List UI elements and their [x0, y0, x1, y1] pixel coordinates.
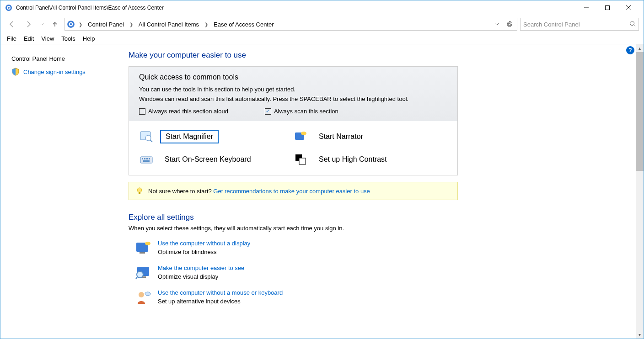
search-input[interactable]: [523, 21, 629, 28]
svg-line-33: [136, 277, 137, 279]
svg-point-32: [137, 271, 143, 278]
content: Control Panel Home Change sign-in settin…: [0, 44, 644, 339]
tool-start-narrator[interactable]: Start Narrator: [293, 129, 447, 144]
menu-file[interactable]: File: [3, 34, 20, 43]
tool-label: Start On-Screen Keyboard: [160, 154, 256, 165]
sidebar-label: Change sign-in settings: [23, 69, 86, 75]
window-title: Control Panel\All Control Panel Items\Ea…: [16, 5, 576, 11]
shield-icon: [11, 68, 20, 76]
tool-label: Set up High Contrast: [314, 154, 392, 165]
svg-rect-26: [139, 192, 140, 194]
chevron-right-icon: ❯: [203, 22, 210, 27]
tip-prefix: Not sure where to start?: [148, 188, 213, 195]
person-speech-icon: [135, 289, 151, 306]
address-dropdown[interactable]: [491, 19, 502, 30]
menu-view[interactable]: View: [38, 34, 58, 43]
recent-dropdown[interactable]: [38, 17, 45, 31]
svg-point-35: [145, 292, 150, 296]
forward-button[interactable]: [21, 17, 35, 31]
menu-tools[interactable]: Tools: [58, 34, 79, 43]
explore-sub: Optimize for blindness: [158, 249, 217, 255]
svg-point-34: [139, 292, 144, 297]
tool-high-contrast[interactable]: Set up High Contrast: [293, 152, 447, 167]
narrator-icon: [293, 129, 308, 144]
svg-rect-19: [144, 158, 145, 159]
scroll-up-button[interactable]: ▴: [636, 44, 644, 52]
scroll-thumb[interactable]: [636, 52, 644, 171]
explore-link[interactable]: Use the computer without a display: [158, 240, 250, 247]
svg-rect-24: [299, 158, 306, 164]
monitor-speech-icon: [135, 240, 151, 256]
breadcrumb-part[interactable]: Ease of Access Center: [212, 20, 276, 29]
tip-bar: Not sure where to start? Get recommendat…: [129, 182, 458, 200]
svg-rect-22: [143, 160, 150, 162]
explore-item: Make the computer easier to see Optimize…: [129, 265, 458, 281]
tool-label: Start Narrator: [314, 131, 368, 143]
explore-item: Use the computer without a display Optim…: [129, 240, 458, 256]
explore-item: Use the computer without a mouse or keyb…: [129, 289, 458, 306]
checkbox-scan-section[interactable]: ✓ Always scan this section: [265, 108, 338, 115]
quick-access-box: Quick access to common tools You can use…: [129, 66, 458, 175]
control-panel-icon: [5, 4, 12, 11]
breadcrumb-part[interactable]: Control Panel: [86, 20, 126, 29]
svg-rect-21: [149, 158, 150, 159]
chevron-right-icon: ❯: [128, 22, 135, 27]
search-box[interactable]: [520, 18, 639, 31]
sidebar-home[interactable]: Control Panel Home: [7, 53, 122, 65]
scrollbar[interactable]: ▴ ▾: [636, 44, 644, 339]
svg-point-10: [630, 21, 634, 25]
sidebar-change-signin[interactable]: Change sign-in settings: [7, 65, 122, 79]
explore-heading: Explore all settings: [129, 213, 458, 222]
search-icon[interactable]: [629, 21, 636, 28]
explore-link[interactable]: Use the computer without a mouse or keyb…: [158, 289, 283, 296]
svg-point-9: [70, 23, 72, 26]
svg-rect-20: [146, 158, 148, 159]
help-button[interactable]: ?: [626, 46, 634, 54]
svg-line-14: [150, 140, 152, 142]
magnifier-icon: [139, 129, 154, 144]
svg-rect-18: [142, 158, 143, 159]
sidebar: Control Panel Home Change sign-in settin…: [0, 44, 129, 339]
maximize-button[interactable]: [597, 0, 618, 15]
checkbox-label: Always read this section aloud: [148, 108, 228, 115]
lightbulb-icon: [135, 187, 144, 195]
tool-start-osk[interactable]: Start On-Screen Keyboard: [139, 152, 293, 167]
monitor-magnify-icon: [135, 265, 151, 281]
quick-access-title: Quick access to common tools: [139, 73, 447, 81]
quick-desc: You can use the tools in this section to…: [139, 86, 447, 93]
tool-start-magnifier[interactable]: Start Magnifier: [139, 129, 293, 144]
svg-point-25: [137, 188, 142, 192]
minimize-button[interactable]: [576, 0, 597, 15]
page-heading: Make your computer easier to use: [129, 51, 458, 60]
svg-rect-17: [140, 157, 152, 163]
checkbox-icon: ✓: [265, 108, 271, 115]
address-box[interactable]: ❯ Control Panel ❯ All Control Panel Item…: [64, 18, 517, 31]
checkbox-icon: [139, 108, 145, 115]
refresh-button[interactable]: [504, 19, 515, 30]
main-panel: Make your computer easier to use Quick a…: [129, 44, 644, 339]
svg-line-11: [634, 25, 636, 26]
menu-help[interactable]: Help: [79, 34, 99, 43]
quick-desc: Windows can read and scan this list auto…: [139, 95, 447, 102]
up-button[interactable]: [48, 17, 62, 31]
tip-link[interactable]: Get recommendations to make your compute…: [213, 188, 370, 195]
close-button[interactable]: [618, 0, 639, 15]
menu-edit[interactable]: Edit: [20, 34, 38, 43]
scroll-down-button[interactable]: ▾: [636, 331, 644, 339]
contrast-icon: [293, 152, 308, 167]
explore-sub: Optimize visual display: [158, 273, 218, 280]
svg-point-29: [145, 242, 150, 245]
svg-point-2: [8, 7, 10, 9]
svg-rect-28: [140, 252, 145, 254]
checkbox-read-aloud[interactable]: Always read this section aloud: [139, 108, 228, 115]
breadcrumb-part[interactable]: All Control Panel Items: [137, 20, 201, 29]
explore-desc: When you select these settings, they wil…: [129, 225, 458, 232]
explore-link[interactable]: Make the computer easier to see: [158, 265, 244, 271]
back-button[interactable]: [5, 17, 19, 31]
sidebar-label: Control Panel Home: [11, 55, 65, 62]
titlebar: Control Panel\All Control Panel Items\Ea…: [0, 0, 644, 15]
chevron-right-icon: ❯: [77, 22, 84, 27]
explore-sub: Set up alternative input devices: [158, 298, 241, 305]
keyboard-icon: [139, 152, 154, 167]
menubar: File Edit View Tools Help: [0, 33, 644, 44]
